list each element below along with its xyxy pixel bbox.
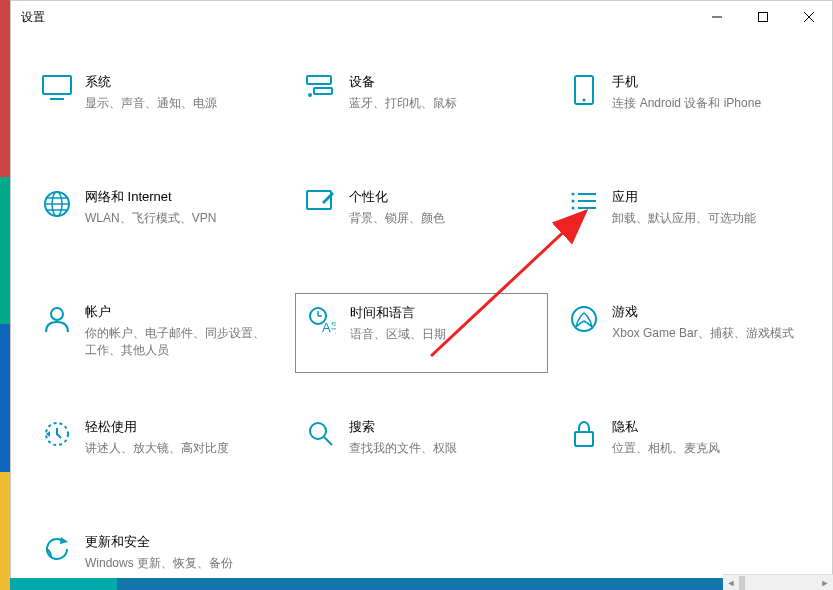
tile-gaming[interactable]: 游戏 Xbox Game Bar、捕获、游戏模式 — [558, 293, 812, 373]
time-language-icon: A字 — [304, 306, 340, 334]
tile-title: 手机 — [612, 73, 804, 91]
apps-icon — [566, 190, 602, 216]
lock-icon — [566, 420, 602, 448]
tile-title: 系统 — [85, 73, 277, 91]
taskbar-strip — [10, 578, 723, 590]
personalization-icon — [303, 190, 339, 216]
svg-point-31 — [310, 423, 326, 439]
tile-personalization[interactable]: 个性化 背景、锁屏、颜色 — [295, 178, 549, 258]
svg-marker-34 — [60, 537, 68, 544]
svg-text:A字: A字 — [322, 320, 336, 334]
tile-title: 网络和 Internet — [85, 188, 277, 206]
horizontal-scrollbar[interactable]: ◄ ► — [723, 574, 833, 590]
accounts-icon — [39, 305, 75, 333]
tile-title: 帐户 — [85, 303, 277, 321]
svg-point-10 — [583, 99, 586, 102]
tile-title: 隐私 — [612, 418, 804, 436]
tile-network[interactable]: 网络和 Internet WLAN、飞行模式、VPN — [31, 178, 285, 258]
scroll-thumb[interactable] — [739, 576, 745, 590]
phone-icon — [566, 75, 602, 105]
tile-desc: Windows 更新、恢复、备份 — [85, 555, 277, 572]
svg-rect-4 — [43, 76, 71, 94]
tile-desc: 讲述人、放大镜、高对比度 — [85, 440, 277, 457]
tile-search[interactable]: 搜索 查找我的文件、权限 — [295, 408, 549, 488]
tile-desc: 显示、声音、通知、电源 — [85, 95, 277, 112]
tile-desc: 蓝牙、打印机、鼠标 — [349, 95, 541, 112]
maximize-button[interactable] — [740, 1, 786, 33]
svg-rect-7 — [314, 88, 332, 94]
tile-title: 应用 — [612, 188, 804, 206]
svg-point-8 — [308, 93, 312, 97]
tile-phone[interactable]: 手机 连接 Android 设备和 iPhone — [558, 63, 812, 143]
tile-title: 设备 — [349, 73, 541, 91]
tile-ease-of-access[interactable]: 轻松使用 讲述人、放大镜、高对比度 — [31, 408, 285, 488]
tile-title: 搜索 — [349, 418, 541, 436]
scroll-track[interactable] — [739, 576, 817, 590]
search-icon — [303, 420, 339, 448]
tile-title: 更新和安全 — [85, 533, 277, 551]
minimize-button[interactable] — [694, 1, 740, 33]
tile-system[interactable]: 系统 显示、声音、通知、电源 — [31, 63, 285, 143]
settings-window: 设置 系统 显示、声音、通知、电源 — [10, 0, 833, 590]
tile-desc: 卸载、默认应用、可选功能 — [612, 210, 804, 227]
window-controls — [694, 1, 832, 33]
tile-devices[interactable]: 设备 蓝牙、打印机、鼠标 — [295, 63, 549, 143]
tile-desc: WLAN、飞行模式、VPN — [85, 210, 277, 227]
scroll-right-arrow[interactable]: ► — [817, 576, 833, 590]
desktop-left-strip — [0, 0, 10, 590]
ease-of-access-icon — [39, 420, 75, 448]
tile-title: 个性化 — [349, 188, 541, 206]
settings-grid: 系统 显示、声音、通知、电源 设备 蓝牙、打印机、鼠标 手机 连接 Androi… — [11, 33, 832, 590]
tile-desc: 你的帐户、电子邮件、同步设置、工作、其他人员 — [85, 325, 277, 359]
svg-rect-6 — [307, 76, 331, 84]
tile-desc: 查找我的文件、权限 — [349, 440, 541, 457]
scroll-left-arrow[interactable]: ◄ — [723, 576, 739, 590]
svg-rect-1 — [759, 13, 768, 22]
tile-title: 时间和语言 — [350, 304, 540, 322]
tile-desc: 连接 Android 设备和 iPhone — [612, 95, 804, 112]
tile-privacy[interactable]: 隐私 位置、相机、麦克风 — [558, 408, 812, 488]
tile-accounts[interactable]: 帐户 你的帐户、电子邮件、同步设置、工作、其他人员 — [31, 293, 285, 373]
globe-icon — [39, 190, 75, 218]
svg-line-32 — [324, 437, 332, 445]
window-title: 设置 — [21, 9, 45, 26]
tile-title: 轻松使用 — [85, 418, 277, 436]
update-icon — [39, 535, 75, 563]
titlebar: 设置 — [11, 1, 832, 33]
tile-desc: 语音、区域、日期 — [350, 326, 540, 343]
devices-icon — [303, 75, 339, 101]
tile-desc: 位置、相机、麦克风 — [612, 440, 804, 457]
gaming-icon — [566, 305, 602, 333]
tile-apps[interactable]: 应用 卸载、默认应用、可选功能 — [558, 178, 812, 258]
svg-point-23 — [51, 308, 63, 320]
tile-desc: 背景、锁屏、颜色 — [349, 210, 541, 227]
svg-rect-33 — [575, 432, 593, 446]
system-icon — [39, 75, 75, 101]
tile-time-language[interactable]: A字 时间和语言 语音、区域、日期 — [295, 293, 549, 373]
tile-title: 游戏 — [612, 303, 804, 321]
tile-desc: Xbox Game Bar、捕获、游戏模式 — [612, 325, 804, 342]
close-button[interactable] — [786, 1, 832, 33]
